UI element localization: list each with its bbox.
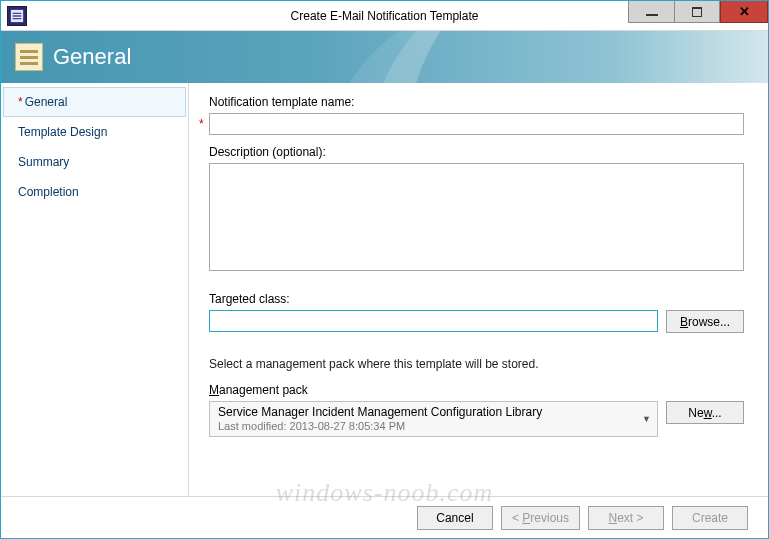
- cancel-button[interactable]: Cancel: [417, 506, 493, 530]
- next-button[interactable]: Next >: [588, 506, 664, 530]
- sidebar-item-general[interactable]: *General: [3, 87, 186, 117]
- banner-heading: General: [53, 44, 131, 70]
- required-marker: *: [199, 117, 204, 131]
- template-name-label: Notification template name:: [209, 95, 744, 109]
- description-textarea[interactable]: [209, 163, 744, 271]
- management-pack-help-text: Select a management pack where this temp…: [209, 357, 744, 371]
- title-bar: Create E-Mail Notification Template ✕: [1, 1, 768, 31]
- management-pack-dropdown[interactable]: Service Manager Incident Management Conf…: [209, 401, 658, 437]
- previous-button: < Previous: [501, 506, 580, 530]
- targeted-class-field[interactable]: [209, 310, 658, 332]
- sidebar-item-template-design[interactable]: Template Design: [3, 117, 186, 147]
- chevron-down-icon: ▼: [642, 412, 651, 426]
- wizard-steps-sidebar: *General Template Design Summary Complet…: [1, 83, 189, 496]
- minimize-button[interactable]: [628, 1, 674, 23]
- description-label: Description (optional):: [209, 145, 744, 159]
- create-button: Create: [672, 506, 748, 530]
- close-button[interactable]: ✕: [720, 1, 768, 23]
- browse-button[interactable]: Browse...: [666, 310, 744, 333]
- minimize-icon: [646, 14, 658, 16]
- sidebar-item-label: Template Design: [18, 125, 107, 139]
- close-icon: ✕: [739, 5, 750, 18]
- template-name-input[interactable]: [209, 113, 744, 135]
- new-management-pack-button[interactable]: New...: [666, 401, 744, 424]
- wizard-footer: Cancel < Previous Next > Create: [1, 496, 768, 538]
- maximize-button[interactable]: [674, 1, 720, 23]
- targeted-class-label: Targeted class:: [209, 292, 744, 306]
- sidebar-item-label: Completion: [18, 185, 79, 199]
- template-icon: [15, 43, 43, 71]
- management-pack-modified: Last modified: 2013-08-27 8:05:34 PM: [218, 419, 635, 433]
- management-pack-selected: Service Manager Incident Management Conf…: [218, 405, 635, 419]
- app-icon: [7, 6, 27, 26]
- management-pack-label: Management pack: [209, 383, 744, 397]
- sidebar-item-completion[interactable]: Completion: [3, 177, 186, 207]
- sidebar-item-summary[interactable]: Summary: [3, 147, 186, 177]
- sidebar-item-label: General: [25, 95, 68, 109]
- maximize-icon: [692, 7, 702, 17]
- banner: General: [1, 31, 768, 83]
- sidebar-item-label: Summary: [18, 155, 69, 169]
- required-marker: *: [18, 95, 23, 109]
